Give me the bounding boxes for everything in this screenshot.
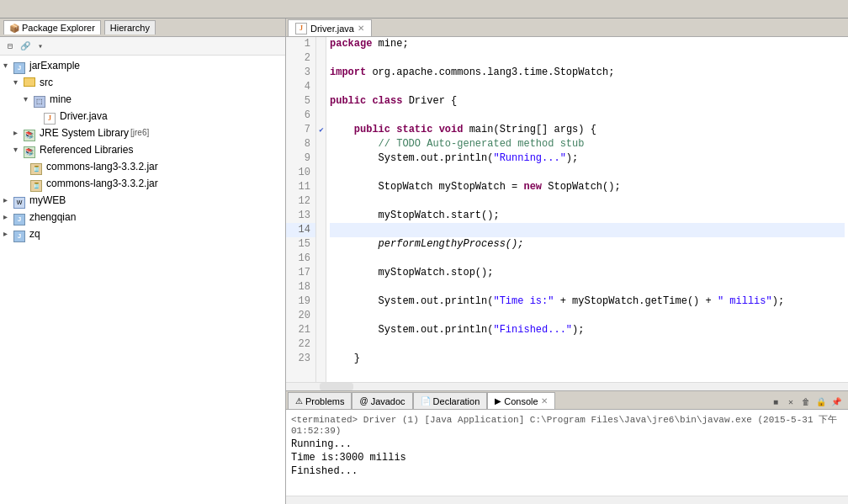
jar-icon-1: 🫙 — [30, 160, 44, 173]
tree-item-driver[interactable]: J Driver.java — [0, 108, 285, 125]
marker-15 — [316, 237, 326, 252]
marker-2 — [316, 51, 326, 66]
right-panel: J Driver.java ✕ 123456789101112131415161… — [286, 19, 848, 504]
line-number-12: 12 — [286, 194, 315, 209]
arrow-jarExample: ▾ — [3, 58, 13, 73]
code-line-19: System.out.println("Time is:" + myStopWa… — [330, 294, 845, 309]
tree-label-reflibs: Referenced Libraries — [40, 142, 133, 157]
code-line-20 — [330, 309, 845, 323]
tree-area: ▾ J jarExample ▾ src ▾ ⬚ — [0, 56, 285, 504]
marker-18 — [316, 280, 326, 294]
code-line-7: public static void main(String[] args) { — [330, 123, 845, 137]
tree-item-zhengqian[interactable]: ▸ J zhengqian — [0, 209, 285, 225]
marker-6 — [316, 109, 326, 123]
console-area: <terminated> Driver (1) [Java Applicatio… — [286, 410, 848, 496]
editor-horizontal-scrollbar[interactable] — [286, 382, 848, 390]
console-tab-close[interactable]: ✕ — [541, 396, 548, 406]
hierarchy-tab[interactable]: Hierarchy — [104, 20, 156, 34]
package-explorer-icon: 📦 — [9, 24, 19, 33]
line-number-3: 3 — [286, 66, 315, 80]
editor-tab-label: Driver.java — [310, 24, 354, 34]
marker-12 — [316, 194, 326, 209]
tree-label-jre: JRE System Library — [40, 125, 129, 141]
code-line-12 — [330, 194, 845, 209]
tree-item-reflibs[interactable]: ▾ 📚 Referenced Libraries — [0, 141, 285, 158]
code-line-22 — [330, 337, 845, 352]
console-line: Finished... — [291, 464, 843, 478]
collapse-btn[interactable]: ⊟ — [3, 40, 17, 53]
arrow-zq: ▸ — [3, 226, 13, 241]
editor-tab-bar: J Driver.java ✕ — [286, 19, 848, 37]
marker-9 — [316, 151, 326, 166]
tree-item-commons2[interactable]: 🫙 commons-lang3-3.3.2.jar — [0, 175, 285, 192]
code-line-16 — [330, 252, 845, 266]
editor-tab-close[interactable]: ✕ — [358, 24, 364, 33]
declaration-label: Declaration — [433, 396, 480, 406]
tree-label-commons1: commons-lang3-3.3.2.jar — [46, 159, 158, 174]
marker-14 — [316, 223, 326, 237]
line-number-23: 23 — [286, 352, 315, 366]
marker-11 — [316, 180, 326, 194]
marker-10 — [316, 166, 326, 180]
tree-item-commons1[interactable]: 🫙 commons-lang3-3.3.2.jar — [0, 158, 285, 175]
link-btn[interactable]: 🔗 — [19, 40, 32, 53]
terminate-btn[interactable]: ■ — [769, 395, 782, 409]
console-header: <terminated> Driver (1) [Java Applicatio… — [291, 413, 843, 436]
line-number-14: 14 — [286, 223, 315, 237]
code-line-4 — [330, 80, 845, 94]
menu-btn[interactable]: ▾ — [34, 40, 47, 53]
marker-7: ✔ — [316, 123, 326, 137]
clear-btn[interactable]: 🗑 — [799, 395, 813, 409]
arrow-mine: ▾ — [24, 92, 34, 107]
remove-btn[interactable]: ✕ — [784, 395, 798, 409]
marker-4 — [316, 80, 326, 94]
line-number-7: 7 — [286, 123, 315, 137]
jre-badge: [jre6] — [130, 125, 149, 141]
code-line-23: } — [330, 352, 845, 366]
marker-8 — [316, 137, 326, 151]
problems-tab[interactable]: ⚠ Problems — [288, 392, 352, 409]
console-tab[interactable]: ▶ Console ✕ — [487, 392, 554, 409]
tree-item-jarExample[interactable]: ▾ J jarExample — [0, 57, 285, 74]
tree-item-src[interactable]: ▾ src — [0, 74, 285, 91]
tree-label-zhengqian: zhengqian — [29, 210, 76, 225]
tree-item-myWEB[interactable]: ▸ W myWEB — [0, 192, 285, 209]
declaration-icon: 📄 — [421, 396, 431, 406]
project-icon-zq: J — [13, 227, 27, 241]
code-content[interactable]: package mine; import org.apache.commons.… — [326, 37, 848, 382]
package-explorer-tab[interactable]: 📦 Package Explorer — [3, 20, 101, 34]
project-icon: J — [13, 59, 27, 72]
line-number-1: 1 — [286, 37, 315, 51]
line-number-16: 16 — [286, 252, 315, 266]
marker-3 — [316, 66, 326, 80]
marker-20 — [316, 309, 326, 323]
tree-label-mine: mine — [50, 92, 72, 107]
scroll-lock-btn[interactable]: 🔒 — [814, 395, 828, 409]
code-line-11: StopWatch myStopWatch = new StopWatch(); — [330, 180, 845, 194]
tree-label-commons2: commons-lang3-3.3.2.jar — [46, 176, 158, 191]
left-panel: 📦 Package Explorer Hierarchy ⊟ 🔗 ▾ ▾ J j… — [0, 19, 286, 504]
declaration-tab[interactable]: 📄 Declaration — [413, 392, 488, 409]
arrow-myWEB: ▸ — [3, 193, 13, 208]
pin-btn[interactable]: 📌 — [829, 395, 843, 409]
line-number-19: 19 — [286, 294, 315, 309]
javadoc-tab[interactable]: @ Javadoc — [352, 392, 412, 409]
bottom-tabs: ⚠ Problems @ Javadoc 📄 Declaration ▶ Con… — [286, 391, 848, 410]
tree-item-jre[interactable]: ▸ 📚 JRE System Library [jre6] — [0, 125, 285, 141]
code-line-15: performLengthyProcess(); — [330, 237, 845, 252]
project-icon-zhengqian: J — [13, 210, 27, 224]
code-line-13: myStopWatch.start(); — [330, 209, 845, 223]
marker-area: ✔ — [316, 37, 326, 382]
web-icon: W — [13, 194, 27, 207]
line-number-11: 11 — [286, 180, 315, 194]
line-number-22: 22 — [286, 337, 315, 352]
jre-icon: 📚 — [24, 126, 37, 140]
console-scrollbar[interactable] — [286, 496, 848, 504]
tree-item-mine[interactable]: ▾ ⬚ mine — [0, 91, 285, 108]
tree-item-zq[interactable]: ▸ J zq — [0, 225, 285, 242]
code-line-9: System.out.println("Running..."); — [330, 151, 845, 166]
driver-java-tab[interactable]: J Driver.java ✕ — [288, 19, 372, 36]
tree-label-driver: Driver.java — [60, 109, 108, 124]
console-line: Running... — [291, 438, 843, 451]
code-line-3: import org.apache.commons.lang3.time.Sto… — [330, 66, 845, 80]
